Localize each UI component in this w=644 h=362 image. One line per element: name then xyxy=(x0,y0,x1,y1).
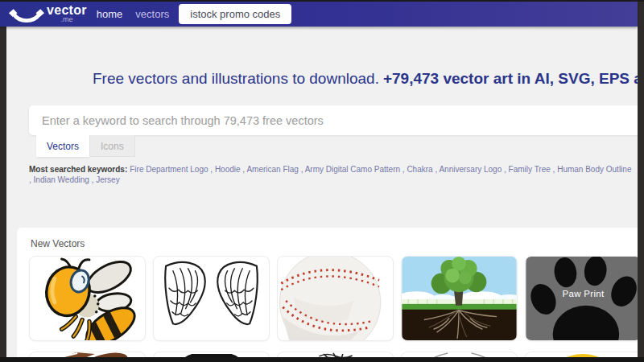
paw-print-label: Paw Print xyxy=(526,289,638,298)
thumbnail-football[interactable] xyxy=(29,352,146,357)
search-tabs: Vectors Icons xyxy=(36,135,135,157)
thumbnail-tree-with-roots[interactable] xyxy=(401,256,518,341)
thumbnail-sketch-drawing[interactable] xyxy=(277,352,394,357)
keyword-link[interactable]: American Flag xyxy=(246,165,304,174)
keyword-link[interactable]: Jersey xyxy=(96,175,119,184)
nav-item-home[interactable]: home xyxy=(97,8,123,20)
keyword-link[interactable]: Indian Wedding xyxy=(34,175,97,184)
section-heading: New Vectors xyxy=(31,238,85,249)
most-searched-keywords: Most searched keywords:Fire Department L… xyxy=(29,164,633,185)
nav-item-vectors[interactable]: vectors xyxy=(135,8,169,20)
sketched-wings-image xyxy=(154,257,269,340)
paw-print-image xyxy=(526,257,638,340)
keyword-link[interactable]: Anniversary Logo xyxy=(439,165,508,174)
frame-bottom-edge xyxy=(0,357,644,362)
baseball-image xyxy=(278,257,393,340)
tree-with-roots-image xyxy=(402,257,517,340)
thumbnail-black-record[interactable] xyxy=(153,352,270,357)
thumbnail-sketched-wings[interactable] xyxy=(153,256,270,341)
search-bar xyxy=(29,105,638,135)
tab-vectors[interactable]: Vectors xyxy=(36,135,89,157)
thumbnail-baseball[interactable] xyxy=(277,256,394,341)
logo-wordmark: vector .me xyxy=(47,4,87,23)
istock-promo-codes-button[interactable]: istock promo codes xyxy=(179,4,291,24)
search-input[interactable] xyxy=(29,105,638,135)
cartoon-bee-image xyxy=(30,257,145,340)
new-vectors-panel: New Vectors xyxy=(17,228,638,357)
hero-title: Free vectors and illustrations to downlo… xyxy=(93,70,638,88)
frame-top-edge xyxy=(0,0,644,2)
keyword-link[interactable]: Family Tree xyxy=(509,165,558,174)
logo-tld: .me xyxy=(47,16,87,23)
page-body: Free vectors and illustrations to downlo… xyxy=(6,27,638,357)
tab-icons[interactable]: Icons xyxy=(89,135,135,157)
hero-title-regular: Free vectors and illustrations to downlo… xyxy=(93,70,379,87)
logo[interactable]: vector .me xyxy=(8,4,87,24)
thumbnail-row-2 xyxy=(29,352,638,357)
hero-title-bold: +79,473 vector art in AI, SVG, EPS a xyxy=(383,70,638,87)
thumbnail-crest-emblem[interactable] xyxy=(525,352,638,357)
thumbnail-row-1: Paw Print xyxy=(29,256,638,341)
keyword-link[interactable]: Hoodie xyxy=(215,165,247,174)
keyword-link[interactable]: Army Digital Camo Pattern xyxy=(305,165,407,174)
thumbnail-cartoon-bee[interactable] xyxy=(29,256,146,341)
thumbnail-paw-print[interactable]: Paw Print xyxy=(525,256,638,341)
keywords-label: Most searched keywords: xyxy=(29,165,127,174)
thumbnail-outline-wings[interactable] xyxy=(401,352,518,357)
logo-swoosh-icon xyxy=(8,6,45,24)
keyword-link[interactable]: Chakra xyxy=(407,165,439,174)
keyword-link[interactable]: Fire Department Logo xyxy=(130,165,215,174)
navbar: vector .me home vectors istock promo cod… xyxy=(0,2,638,27)
screenshot-frame: vector .me home vectors istock promo cod… xyxy=(0,0,644,362)
